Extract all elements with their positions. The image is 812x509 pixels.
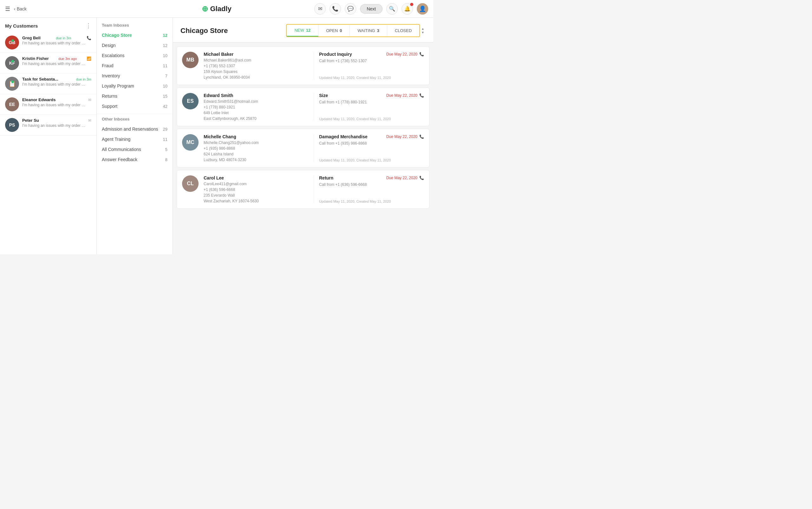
tab-waiting[interactable]: WAITING 3 — [350, 25, 387, 36]
conv-customer-name: Carol Lee — [204, 175, 309, 180]
customer-avatar: GB — [5, 36, 19, 49]
conv-address1: 235 Everardo Wall — [204, 193, 309, 198]
customer-avatar: PS — [5, 118, 19, 132]
conv-details: Size Due May 22, 2020 📞 Call from +1 (77… — [319, 93, 424, 121]
customer-item[interactable]: EE Eleanor Edwards ✉ I'm having an issue… — [0, 94, 96, 115]
inbox-label: Fraud — [102, 63, 113, 68]
inbox-item-design[interactable]: Design 12 — [97, 40, 173, 50]
conv-source: Call from +1 (935) 986-8868 — [319, 141, 424, 145]
menu-icon[interactable]: ☰ — [5, 5, 10, 12]
conv-avatar: MB — [182, 52, 199, 68]
signal-icon: 📶 — [87, 57, 91, 61]
customer-item[interactable]: GB Greg Bell due in 3m 📞 I'm having an i… — [0, 32, 96, 53]
inbox-item-fraud[interactable]: Fraud 11 — [97, 61, 173, 71]
nav-center: ⊕ Gladly — [202, 4, 231, 13]
customer-avatar: 📋 — [5, 77, 19, 91]
phone-icon: 📞 — [419, 176, 424, 180]
tab-closed[interactable]: CLOSED — [387, 25, 419, 36]
conversation-card[interactable]: CL Carol Lee CarolLee411@gmail.com +1 (6… — [177, 170, 430, 209]
conv-details: Damaged Merchandise Due May 22, 2020 📞 C… — [319, 134, 424, 162]
online-indicator — [11, 60, 14, 63]
mail-icon-button[interactable]: ✉ — [314, 3, 326, 14]
notifications-button[interactable]: 🔔 — [402, 3, 413, 14]
conversation-card[interactable]: MC Michelle Chang Michelle.Chang251@yaho… — [177, 129, 430, 167]
inbox-label: Escalations — [102, 53, 125, 58]
team-inboxes-title: Team Inboxes — [97, 23, 173, 30]
phone-icon: 📞 — [419, 134, 424, 139]
back-button[interactable]: ‹ Back — [14, 6, 27, 11]
tab-waiting-label: WAITING — [358, 28, 375, 33]
customer-item[interactable]: 📋 Task for Sebasta... due in 3m I'm havi… — [0, 74, 96, 94]
main-layout: My Customers ⋮ GB Greg Bell due in 3m 📞 … — [0, 18, 433, 254]
search-icon-button[interactable]: 🔍 — [386, 3, 398, 14]
inbox-label: Loyalty Program — [102, 83, 134, 89]
customer-info: Task for Sebasta... due in 3m I'm having… — [22, 77, 91, 87]
conv-source: Call from +1 (778) 880-1921 — [319, 100, 424, 104]
due-label: Due May 22, 2020 — [386, 134, 417, 139]
inbox-item-answer-feedback[interactable]: Answer Feedback 8 — [97, 155, 173, 165]
customer-preview: I'm having an issues with my order that … — [22, 103, 86, 107]
nav-right: ✉ 📞 💬 Next 🔍 🔔 👤 — [314, 3, 428, 14]
conv-contact-info: Michael Baker Michael.Baker861@aol.com +… — [204, 52, 309, 79]
tab-open-count: 0 — [340, 28, 342, 33]
conv-due-date: Due May 22, 2020 📞 — [386, 52, 424, 57]
conv-contact-info: Carol Lee CarolLee411@gmail.com +1 (636)… — [204, 175, 309, 203]
next-button[interactable]: Next — [360, 4, 382, 14]
customer-info: Greg Bell due in 3m 📞 I'm having an issu… — [22, 36, 91, 45]
tab-new[interactable]: NEW 12 — [287, 25, 318, 36]
customer-name: Kristin Fisher — [22, 56, 49, 61]
conv-subject: Return — [319, 175, 333, 180]
customers-panel: My Customers ⋮ GB Greg Bell due in 3m 📞 … — [0, 18, 97, 254]
conversation-card[interactable]: MB Michael Baker Michael.Baker861@aol.co… — [177, 46, 430, 85]
conv-divider — [314, 52, 314, 79]
customers-header: My Customers ⋮ — [0, 18, 96, 32]
conv-timestamps: Updated May 11, 2020, Created May 11, 20… — [319, 200, 424, 203]
customer-name: Peter Su — [22, 118, 39, 123]
inbox-item-support[interactable]: Support 42 — [97, 101, 173, 111]
customer-item[interactable]: KF Kristin Fisher due 3m ago 📶 I'm havin… — [0, 53, 96, 74]
more-options-icon[interactable]: ⋮ — [86, 22, 91, 29]
tab-up-arrow[interactable]: ▲ — [421, 27, 425, 31]
inbox-item-chicago-store[interactable]: Chicago Store 12 — [97, 30, 173, 40]
inbox-item-loyalty-program[interactable]: Loyalty Program 10 — [97, 81, 173, 91]
conv-address1: 159 Alyson Squares — [204, 69, 309, 74]
inbox-label: All Communications — [102, 147, 141, 152]
customer-info: Peter Su ✉ I'm having an issues with my … — [22, 118, 91, 128]
inbox-item-inventory[interactable]: Inventory 7 — [97, 71, 173, 81]
back-label: Back — [17, 6, 27, 11]
conv-email: Michael.Baker861@aol.com — [204, 58, 309, 63]
avatar[interactable]: 👤 — [417, 3, 428, 14]
inbox-item-returns[interactable]: Returns 15 — [97, 91, 173, 101]
logo-icon: ⊕ — [202, 4, 208, 13]
conv-subject: Product Inquiry — [319, 52, 352, 57]
conv-address2: East Caitlynborough, AK 25870 — [204, 116, 309, 121]
customer-meta: due 3m ago — [58, 57, 77, 61]
conv-divider — [314, 134, 314, 162]
inbox-item-agent-training[interactable]: Agent Training 11 — [97, 134, 173, 144]
inbox-item-escalations[interactable]: Escalations 10 — [97, 50, 173, 61]
chat-icon-button[interactable]: 💬 — [345, 3, 356, 14]
customer-avatar: KF — [5, 56, 19, 70]
conv-subject: Size — [319, 93, 328, 98]
due-label: Due May 22, 2020 — [386, 176, 417, 180]
conv-email: Edward.Smith531@hotmail.com — [204, 99, 309, 104]
page-title: Chicago Store — [180, 27, 228, 35]
conv-details: Product Inquiry Due May 22, 2020 📞 Call … — [319, 52, 424, 79]
customer-meta: due in 3m — [76, 77, 91, 81]
inbox-label: Returns — [102, 94, 117, 99]
inbox-label: Admission and Reservations — [102, 127, 158, 132]
tab-down-arrow[interactable]: ▼ — [421, 31, 425, 35]
inbox-item-all-communications[interactable]: All Communications 5 — [97, 144, 173, 155]
conversation-card[interactable]: ES Edward Smith Edward.Smith531@hotmail.… — [177, 88, 430, 126]
conv-customer-name: Michelle Chang — [204, 134, 309, 139]
conv-right-top: Product Inquiry Due May 22, 2020 📞 — [319, 52, 424, 57]
conv-timestamps: Updated May 11, 2020, Created May 11, 20… — [319, 76, 424, 79]
inbox-item-admission[interactable]: Admission and Reservations 29 — [97, 124, 173, 134]
chevron-left-icon: ‹ — [14, 6, 15, 11]
conv-address1: 649 Lottie Inlet — [204, 111, 309, 115]
inbox-count: 10 — [163, 53, 167, 58]
customer-item[interactable]: PS Peter Su ✉ I'm having an issues with … — [0, 115, 96, 135]
conv-due-date: Due May 22, 2020 📞 — [386, 134, 424, 139]
tab-open[interactable]: OPEN 0 — [318, 25, 350, 36]
phone-icon-button[interactable]: 📞 — [330, 3, 341, 14]
